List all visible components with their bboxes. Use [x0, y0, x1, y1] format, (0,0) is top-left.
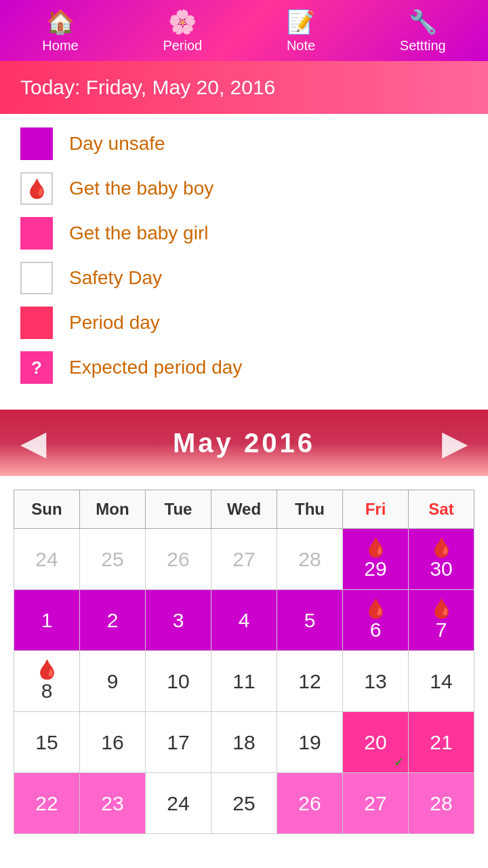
legend-label-safety: Safety Day — [69, 267, 162, 289]
legend-box-unsafe — [20, 127, 53, 160]
nav-note[interactable]: 📝 Note — [287, 8, 315, 54]
table-row: 24 — [14, 529, 80, 590]
table-row: 14 — [409, 651, 474, 712]
legend-label-period: Period day — [69, 312, 160, 334]
nav-home-label: Home — [42, 38, 78, 54]
table-row: 22 23 24 25 26 27 28 — [14, 773, 474, 834]
calendar-area: Sun Mon Tue Wed Thu Fri Sat 24 25 26 27 … — [0, 476, 488, 841]
table-row: 🩸 6 — [343, 590, 409, 651]
nav-note-label: Note — [287, 38, 315, 54]
drop-icon: 🩸 — [35, 660, 59, 679]
table-row: 9 — [80, 651, 146, 712]
table-row: 5 — [277, 590, 343, 651]
table-row: 21 — [409, 712, 474, 773]
calendar-title: May 2016 — [173, 428, 315, 458]
table-row: 26 — [277, 773, 343, 834]
drop-icon-baby-boy: 🩸 — [25, 178, 49, 200]
table-row: 3 — [146, 590, 211, 651]
table-row: 26 — [146, 529, 211, 590]
next-month-button[interactable]: ▶ — [442, 423, 468, 462]
weekday-fri: Fri — [343, 490, 409, 529]
table-row: 13 — [343, 651, 409, 712]
table-row: 17 — [146, 712, 211, 773]
legend-item-unsafe: Day unsafe — [20, 127, 468, 160]
table-row: 1 — [14, 590, 80, 651]
legend-item-period: Period day — [20, 307, 468, 339]
table-row: 28 — [409, 773, 474, 834]
table-row: 22 — [14, 773, 80, 834]
table-row: 28 — [277, 529, 343, 590]
table-row: 27 — [343, 773, 409, 834]
weekday-tue: Tue — [146, 490, 211, 529]
checkmark-icon: ✓ — [394, 755, 404, 770]
table-row: 2 — [80, 590, 146, 651]
note-icon: 📝 — [287, 8, 315, 35]
calendar-header: ◀ May 2016 ▶ — [0, 410, 488, 476]
legend-label-expected: Expected period day — [69, 357, 242, 378]
legend: Day unsafe 🩸 Get the baby boy Get the ba… — [0, 114, 488, 403]
legend-item-baby-boy: 🩸 Get the baby boy — [20, 172, 468, 205]
table-row: 15 — [14, 712, 80, 773]
table-row: 🩸 29 — [343, 529, 409, 590]
navbar: 🏠 Home 🌸 Period 📝 Note 🔧 Settting — [0, 0, 488, 61]
table-row: 25 — [80, 529, 146, 590]
table-row: 23 — [80, 773, 146, 834]
calendar-table: Sun Mon Tue Wed Thu Fri Sat 24 25 26 27 … — [14, 490, 474, 834]
table-row: 12 — [277, 651, 343, 712]
legend-label-baby-boy: Get the baby boy — [69, 178, 214, 199]
nav-period-label: Period — [163, 38, 202, 54]
table-row: 27 — [211, 529, 277, 590]
weekday-thu: Thu — [277, 490, 343, 529]
table-row: 🩸 30 — [409, 529, 474, 590]
drop-icon: 🩸 — [364, 538, 388, 557]
question-icon: ? — [31, 357, 42, 378]
home-icon: 🏠 — [46, 8, 75, 35]
table-row: 10 — [146, 651, 211, 712]
nav-home[interactable]: 🏠 Home — [42, 8, 78, 54]
legend-box-safety — [20, 262, 53, 294]
legend-box-baby-girl — [20, 217, 53, 250]
table-row: 🩸 8 — [14, 651, 80, 712]
nav-settings[interactable]: 🔧 Settting — [400, 8, 446, 54]
table-row: 1 2 3 4 5 🩸 6 🩸 7 — [14, 590, 474, 651]
weekday-mon: Mon — [80, 490, 146, 529]
table-row: 18 — [211, 712, 277, 773]
nav-settings-label: Settting — [400, 38, 446, 54]
weekday-wed: Wed — [211, 490, 277, 529]
prev-month-button[interactable]: ◀ — [20, 423, 46, 462]
legend-box-expected: ? — [20, 351, 53, 384]
legend-box-baby-boy: 🩸 — [20, 172, 53, 205]
drop-icon: 🩸 — [430, 599, 453, 618]
legend-box-period — [20, 307, 53, 339]
table-row: 11 — [211, 651, 277, 712]
table-row: 16 — [80, 712, 146, 773]
table-row: 24 — [146, 773, 211, 834]
period-icon: 🌸 — [168, 8, 197, 35]
weekday-sun: Sun — [14, 490, 80, 529]
table-row: 19 — [277, 712, 343, 773]
table-row: 4 — [211, 590, 277, 651]
table-row: 🩸 8 9 10 11 12 13 14 — [14, 651, 474, 712]
today-text: Today: Friday, May 20, 2016 — [20, 76, 275, 98]
table-row: 20 ✓ — [343, 712, 409, 773]
legend-label-baby-girl: Get the baby girl — [69, 222, 208, 244]
settings-icon: 🔧 — [409, 8, 437, 35]
weekday-header-row: Sun Mon Tue Wed Thu Fri Sat — [14, 490, 474, 529]
drop-icon: 🩸 — [430, 538, 453, 557]
table-row: 24 25 26 27 28 🩸 29 🩸 30 — [14, 529, 474, 590]
legend-label-unsafe: Day unsafe — [69, 133, 165, 155]
drop-icon: 🩸 — [364, 599, 388, 618]
weekday-sat: Sat — [409, 490, 474, 529]
table-row: 15 16 17 18 19 20 ✓ 21 — [14, 712, 474, 773]
nav-period[interactable]: 🌸 Period — [163, 8, 202, 54]
today-banner: Today: Friday, May 20, 2016 — [0, 61, 488, 114]
legend-item-safety: Safety Day — [20, 262, 468, 294]
table-row: 25 — [211, 773, 277, 834]
legend-item-expected: ? Expected period day — [20, 351, 468, 384]
table-row: 🩸 7 — [409, 590, 474, 651]
legend-item-baby-girl: Get the baby girl — [20, 217, 468, 250]
